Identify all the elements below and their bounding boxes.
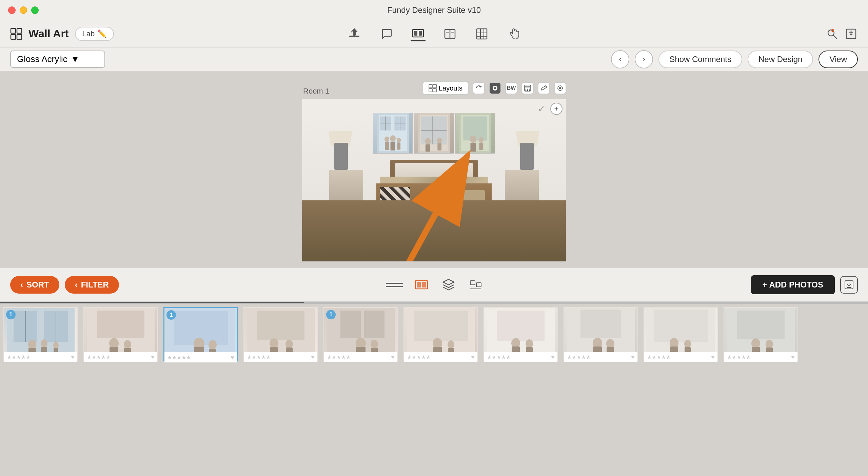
heart-icon-1[interactable]: ♥ <box>71 354 75 361</box>
svg-point-35 <box>529 90 530 91</box>
fullscreen-button[interactable] <box>31 6 39 14</box>
add-photos-button[interactable]: + ADD PHOTOS <box>751 275 835 294</box>
view-button[interactable]: View <box>818 51 858 68</box>
heart-icon-5[interactable]: ♥ <box>391 354 395 361</box>
svg-rect-69 <box>470 143 476 152</box>
photo-img-4 <box>244 308 317 352</box>
photo-strip[interactable]: 1 ★★★★★ ♥ <box>0 304 868 365</box>
align-icon[interactable] <box>467 276 484 293</box>
svg-point-52 <box>390 135 396 142</box>
heart-icon-7[interactable]: ♥ <box>551 354 555 361</box>
bottom-center <box>386 276 484 293</box>
book-tool-icon[interactable] <box>442 26 457 41</box>
room-label: Room 1 <box>302 87 329 96</box>
svg-rect-131 <box>526 347 533 352</box>
new-design-button[interactable]: New Design <box>748 51 813 68</box>
photo-thumb-5[interactable]: 1 ★★★★★ ♥ <box>323 307 398 361</box>
svg-point-32 <box>529 89 530 90</box>
prev-design-button[interactable]: ‹ <box>611 50 629 68</box>
svg-rect-147 <box>752 347 760 352</box>
svg-point-105 <box>209 340 217 350</box>
svg-rect-112 <box>286 348 293 352</box>
star-rating-3: ★★★★★ <box>167 354 191 361</box>
sort-button[interactable]: ‹ SORT <box>10 276 59 294</box>
pencil-tool-icon[interactable] <box>538 82 550 94</box>
next-design-button[interactable]: › <box>635 50 653 68</box>
svg-rect-53 <box>391 142 395 151</box>
photo-thumb-1[interactable]: 1 ★★★★★ ♥ <box>3 307 78 361</box>
svg-point-130 <box>526 339 533 348</box>
add-design-button[interactable]: + <box>550 103 563 115</box>
export-button[interactable] <box>840 276 858 294</box>
svg-rect-133 <box>580 310 621 338</box>
send-tool-icon[interactable] <box>347 26 362 41</box>
svg-point-54 <box>397 138 401 142</box>
svg-point-63 <box>437 138 442 143</box>
table-tool-icon[interactable] <box>474 26 489 41</box>
photo-footer-7: ★★★★★ ♥ <box>484 352 557 362</box>
photo-thumb-2[interactable]: ★★★★★ ♥ <box>83 307 158 361</box>
photos-view-icon[interactable] <box>413 276 430 293</box>
photo-thumb-7[interactable]: ★★★★★ ♥ <box>484 307 558 361</box>
heart-icon-8[interactable]: ♥ <box>631 354 635 361</box>
room-scene <box>302 99 566 261</box>
photo-thumb-4[interactable]: ★★★★★ ♥ <box>243 307 318 361</box>
export-icon[interactable] <box>844 27 858 41</box>
star-rating-2: ★★★★★ <box>87 354 111 360</box>
show-comments-button[interactable]: Show Comments <box>658 51 742 68</box>
svg-rect-23 <box>433 84 436 88</box>
wall-art-tool-icon[interactable] <box>411 26 426 41</box>
app-title: Fundy Designer Suite v10 <box>387 5 481 15</box>
nightstand-right <box>505 170 539 204</box>
wall-art-strip <box>373 113 495 154</box>
svg-rect-137 <box>607 347 614 352</box>
calculator-tool-icon[interactable] <box>521 82 534 94</box>
photo-img-9 <box>644 308 717 352</box>
search-icon[interactable] <box>825 27 839 41</box>
heart-icon-2[interactable]: ♥ <box>151 354 155 361</box>
heart-icon-4[interactable]: ♥ <box>311 354 315 361</box>
photo-thumb-3[interactable]: 1 ★★★★★ ♥ <box>163 307 238 361</box>
svg-rect-4 <box>349 36 359 37</box>
filter-button[interactable]: ‹ FILTER <box>65 276 119 294</box>
hand-tool-icon[interactable] <box>506 26 521 41</box>
svg-rect-25 <box>433 88 436 92</box>
heart-icon-10[interactable]: ♥ <box>791 354 795 361</box>
svg-line-19 <box>833 35 837 39</box>
lab-button[interactable]: Lab ✏️ <box>75 27 114 41</box>
layouts-button[interactable]: Layouts <box>422 81 469 95</box>
svg-rect-98 <box>110 347 118 352</box>
svg-rect-149 <box>766 348 773 352</box>
photo-thumb-8[interactable]: ★★★★★ ♥ <box>564 307 638 361</box>
chevron-down-icon: ▼ <box>71 54 80 64</box>
heart-icon-3[interactable]: ♥ <box>231 354 234 361</box>
wall-art-icon[interactable] <box>10 28 22 40</box>
star-rating-5: ★★★★★ <box>327 354 351 360</box>
svg-point-30 <box>526 89 527 90</box>
close-button[interactable] <box>8 6 16 14</box>
pin-tool-icon[interactable] <box>489 82 501 94</box>
photo-thumb-10[interactable]: ★★★★★ ♥ <box>724 307 798 361</box>
svg-rect-110 <box>270 347 278 352</box>
minimize-button[interactable] <box>20 6 27 14</box>
heart-icon-6[interactable]: ♥ <box>471 354 475 361</box>
scroll-thumb <box>0 302 304 303</box>
refresh-tool-icon[interactable] <box>473 82 485 94</box>
preview-tool-icon[interactable] <box>554 82 566 94</box>
chat-tool-icon[interactable] <box>379 26 394 41</box>
svg-rect-127 <box>497 311 545 341</box>
photo-thumb-9[interactable]: ★★★★★ ♥ <box>644 307 718 361</box>
svg-rect-78 <box>470 281 475 285</box>
svg-rect-64 <box>438 143 442 151</box>
layers-icon[interactable] <box>440 276 457 293</box>
checkmark-button[interactable]: ✓ <box>535 103 548 115</box>
product-dropdown[interactable]: Gloss Acrylic ▼ <box>10 51 105 68</box>
photo-thumb-6[interactable]: ★★★★★ ♥ <box>403 307 478 361</box>
svg-rect-76 <box>422 282 426 287</box>
svg-rect-6 <box>413 29 423 37</box>
photo-footer-5: ★★★★★ ♥ <box>324 352 397 362</box>
bw-tool-btn[interactable]: BW <box>505 82 517 94</box>
heart-icon-9[interactable]: ♥ <box>711 354 715 361</box>
svg-point-18 <box>828 30 834 36</box>
product-label: Gloss Acrylic <box>17 54 67 64</box>
